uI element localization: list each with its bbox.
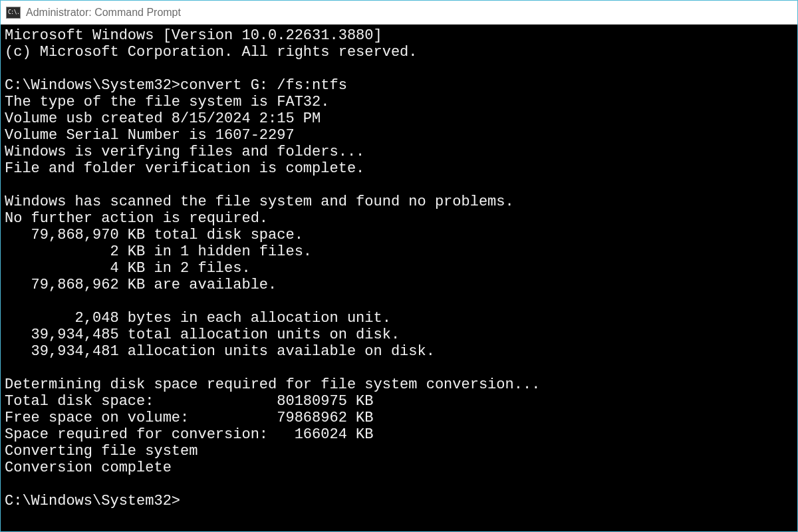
terminal-line: 4 KB in 2 files. [5,260,251,277]
terminal-line: Volume usb created 8/15/2024 2:15 PM [5,110,321,127]
terminal-line: Determining disk space required for file… [5,376,540,393]
command-prompt-window: C:\. Administrator: Command Prompt Micro… [0,0,798,532]
terminal-line: (c) Microsoft Corporation. All rights re… [5,44,418,61]
titlebar[interactable]: C:\. Administrator: Command Prompt [1,1,797,25]
terminal-line: Windows has scanned the file system and … [5,194,514,210]
terminal-line: No further action is required. [5,210,268,227]
terminal-line: 2 KB in 1 hidden files. [5,243,312,260]
terminal-line: C:\Windows\System32>convert G: /fs:ntfs [5,77,347,94]
terminal-line: Windows is verifying files and folders..… [5,144,364,160]
window-title: Administrator: Command Prompt [26,7,181,19]
terminal-line: File and folder verification is complete… [5,160,364,177]
terminal-line: 2,048 bytes in each allocation unit. [5,310,391,327]
terminal-line: Conversion complete [5,460,172,476]
terminal-line: Total disk space: 80180975 KB [5,393,374,410]
terminal-line: 39,934,481 allocation units available on… [5,343,435,360]
terminal-prompt: C:\Windows\System32> [5,493,180,509]
terminal-line: The type of the file system is FAT32. [5,94,329,110]
terminal-line: Free space on volume: 79868962 KB [5,410,374,426]
cmd-icon-label: C:\. [8,10,19,15]
terminal-line: 79,868,970 KB total disk space. [5,227,303,243]
terminal-line: Converting file system [5,443,198,460]
cursor [180,495,188,509]
terminal-line: Microsoft Windows [Version 10.0.22631.38… [5,27,382,44]
terminal-area[interactable]: Microsoft Windows [Version 10.0.22631.38… [1,25,797,531]
terminal-line: Volume Serial Number is 1607-2297 [5,127,295,144]
terminal-line: 79,868,962 KB are available. [5,277,277,293]
terminal-line: 39,934,485 total allocation units on dis… [5,327,400,343]
terminal-output: Microsoft Windows [Version 10.0.22631.38… [5,27,793,509]
terminal-line: Space required for conversion: 166024 KB [5,426,374,443]
cmd-icon: C:\. [6,7,21,19]
